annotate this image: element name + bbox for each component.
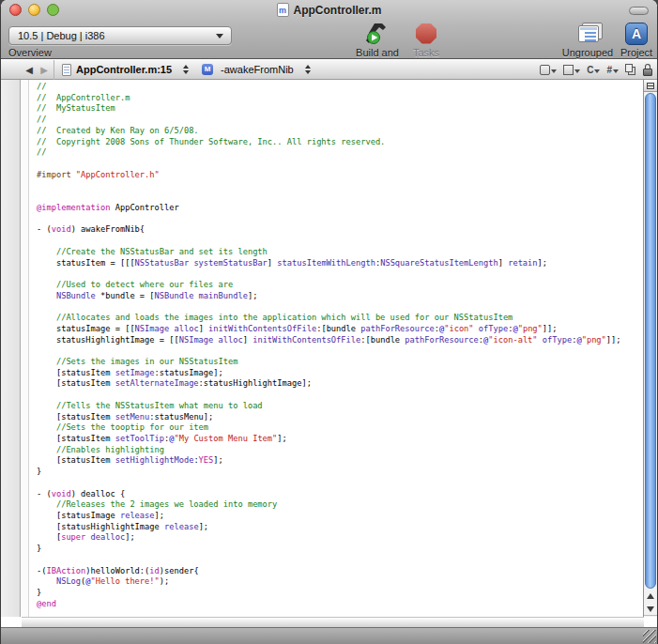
code-line — [37, 555, 642, 566]
project-label: Project — [617, 47, 656, 58]
included-files-menu-icon[interactable]: # — [606, 65, 619, 75]
code-line: @end — [37, 599, 642, 610]
method-badge-icon: M — [202, 64, 213, 75]
symbol-breadcrumb[interactable]: -awakeFromNib — [221, 64, 294, 75]
code-line: statusItem = [[[NSStatusBar systemStatus… — [37, 258, 642, 269]
navbar-tools: C # — [540, 64, 657, 76]
code-line: NSLog(@"Hello there!"); — [37, 576, 642, 588]
code-lines: //// AppController.m// MyStatusItem//// … — [30, 80, 642, 610]
code-line — [37, 159, 642, 170]
code-line: [super dealloc]; — [37, 532, 642, 544]
code-line: //Tells the NSStatusItem what menu to lo… — [37, 401, 642, 412]
pending-edits-menu-icon[interactable] — [563, 65, 580, 75]
document-icon: m — [276, 3, 288, 17]
status-bar — [1, 627, 657, 644]
code-line: // — [37, 82, 642, 93]
code-line: //Enables highlighting — [37, 445, 642, 456]
bookmark-menu-icon[interactable] — [540, 65, 557, 75]
title-group: m AppController.m — [276, 3, 381, 17]
code-line — [37, 478, 642, 489]
code-line: [statusItem setMenu:statusMenu]; — [37, 412, 642, 423]
minimize-button-icon[interactable] — [28, 4, 40, 16]
project-icon: A — [625, 23, 648, 45]
toolbar-toggle-pill[interactable] — [629, 7, 649, 15]
code-line: // — [37, 147, 642, 159]
code-line: @implementation AppController — [37, 203, 642, 214]
close-button-icon[interactable] — [9, 4, 22, 16]
code-line: //Releases the 2 images we loaded into m… — [37, 499, 642, 511]
code-line: // AppController.m — [37, 93, 642, 104]
ungrouped-label: Ungrouped — [560, 47, 615, 58]
code-line: - (void) awakeFromNib{ — [37, 224, 642, 236]
scroll-up-arrow-icon[interactable] — [644, 590, 657, 603]
overview-popup[interactable]: 10.5 | Debug | i386 — [8, 26, 232, 45]
forward-arrow-icon[interactable]: ▶ — [37, 65, 52, 75]
overview-popup-value: 10.5 | Debug | i386 — [18, 30, 105, 41]
hammer-icon — [350, 21, 405, 46]
code-line: [statusHighlightImage release]; — [37, 522, 642, 533]
navigation-bar: ◀ ▶ AppController.m:15 M -awakeFromNib C… — [1, 60, 657, 80]
tasks-label: Tasks — [406, 47, 446, 58]
code-line: #import "AppController.h" — [37, 170, 642, 181]
code-line — [37, 214, 642, 225]
code-line — [37, 345, 642, 357]
tasks-button: Tasks — [406, 21, 446, 58]
code-line: [statusItem setAlternateImage:statusHigh… — [37, 378, 642, 390]
window-chrome: m AppController.m 10.5 | Debug | i386 Ov… — [1, 0, 657, 59]
code-line: [statusItem setImage:statusImage]; — [37, 368, 642, 379]
lock-icon[interactable] — [643, 64, 652, 76]
overview-label: Overview — [8, 47, 232, 58]
code-line: // Created by Ken Ray on 6/5/08. — [37, 126, 642, 137]
stacked-editors-icon — [573, 23, 603, 45]
code-line — [37, 192, 642, 203]
code-editor[interactable]: //// AppController.m// MyStatusItem//// … — [30, 80, 642, 617]
chevron-down-icon — [216, 34, 223, 38]
code-line: //Create the NSStatusBar and set its len… — [37, 247, 642, 258]
editor-gutter — [22, 80, 29, 617]
project-button[interactable]: A Project — [617, 21, 656, 58]
source-editor: //// AppController.m// MyStatusItem//// … — [1, 80, 657, 617]
code-line: statusImage = [[NSImage alloc] initWithC… — [37, 324, 642, 335]
code-line: NSBundle *bundle = [NSBundle mainBundle]… — [37, 291, 642, 302]
code-line: } — [37, 467, 642, 478]
class-hierarchy-menu-icon[interactable]: C — [587, 65, 600, 75]
code-line: // — [37, 115, 642, 126]
divider — [54, 60, 54, 80]
code-line: [statusImage release]; — [37, 511, 642, 522]
code-line: //Allocates and loads the images into th… — [37, 313, 642, 324]
horizontal-scrollbar[interactable] — [22, 617, 644, 627]
code-line: } — [37, 588, 642, 599]
editor-left-margin — [1, 80, 21, 617]
file-stepper[interactable] — [183, 64, 189, 76]
code-line: statusHighlightImage = [[NSImage alloc] … — [37, 335, 642, 346]
zoom-button-icon[interactable] — [47, 4, 59, 16]
code-line: //Used to detect where our files are — [37, 280, 642, 291]
vertical-scrollbar[interactable] — [643, 80, 657, 617]
stop-octagon-icon — [416, 23, 436, 44]
scroll-down-arrow-icon[interactable] — [644, 603, 657, 616]
code-line — [37, 180, 642, 192]
code-line: // MyStatusItem — [37, 103, 642, 115]
code-line: //Sets the tooptip for our item — [37, 422, 642, 434]
code-line: -(IBAction)helloWorld:(id)sender{ — [37, 566, 642, 577]
scrollbar-thumb[interactable] — [645, 93, 656, 589]
split-editor-icon[interactable] — [644, 80, 657, 92]
symbol-stepper[interactable] — [305, 64, 311, 76]
window-title: AppController.m — [293, 4, 381, 17]
code-line — [37, 390, 642, 401]
code-line: [statusItem setHighlightMode:YES]; — [37, 455, 642, 467]
file-breadcrumb[interactable]: AppController.m:15 — [76, 64, 172, 75]
code-line: - (void) dealloc { — [37, 489, 642, 500]
counterpart-icon[interactable] — [625, 64, 636, 75]
code-line: [statusItem setToolTip:@"My Custom Menu … — [37, 434, 642, 445]
title-bar: m AppController.m — [1, 0, 657, 21]
resize-grip[interactable] — [643, 630, 656, 643]
code-line: } — [37, 544, 642, 555]
back-arrow-icon[interactable]: ◀ — [22, 65, 37, 75]
file-icon — [62, 64, 71, 76]
ungrouped-button[interactable]: Ungrouped — [560, 21, 615, 58]
code-line: // Copyright 2008 Sons of Thunder Softwa… — [37, 137, 642, 148]
code-line — [37, 236, 642, 247]
code-line — [37, 268, 642, 280]
code-line — [37, 301, 642, 313]
